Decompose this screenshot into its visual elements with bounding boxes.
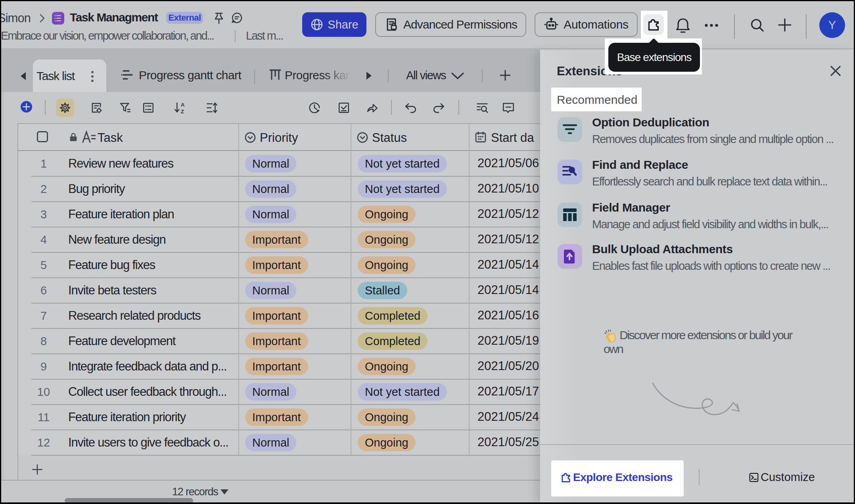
svg-text:Z: Z	[181, 109, 184, 115]
svg-text:A: A	[181, 102, 185, 108]
